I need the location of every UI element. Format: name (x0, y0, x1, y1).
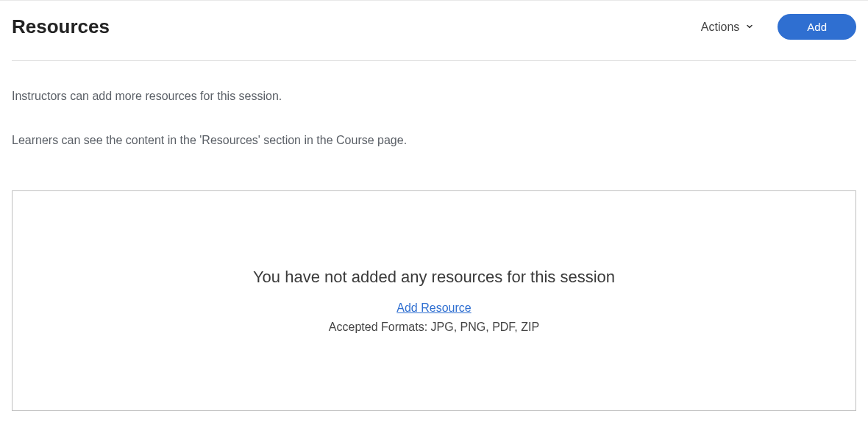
description-block: Instructors can add more resources for t… (12, 88, 856, 149)
actions-dropdown[interactable]: Actions (701, 21, 754, 34)
chevron-down-icon (745, 21, 754, 34)
header-actions: Actions Add (701, 14, 856, 40)
accepted-formats: Accepted Formats: JPG, PNG, PDF, ZIP (329, 321, 539, 334)
add-resource-link[interactable]: Add Resource (396, 301, 471, 315)
add-button[interactable]: Add (778, 14, 856, 40)
actions-label: Actions (701, 21, 739, 34)
description-line-1: Instructors can add more resources for t… (12, 88, 856, 105)
description-line-2: Learners can see the content in the 'Res… (12, 132, 856, 149)
empty-state-box: You have not added any resources for thi… (12, 190, 856, 411)
resources-page: Resources Actions Add Instructors can ad… (0, 1, 868, 423)
page-header: Resources Actions Add (12, 14, 856, 61)
empty-state-message: You have not added any resources for thi… (253, 268, 615, 287)
page-title: Resources (12, 15, 110, 38)
